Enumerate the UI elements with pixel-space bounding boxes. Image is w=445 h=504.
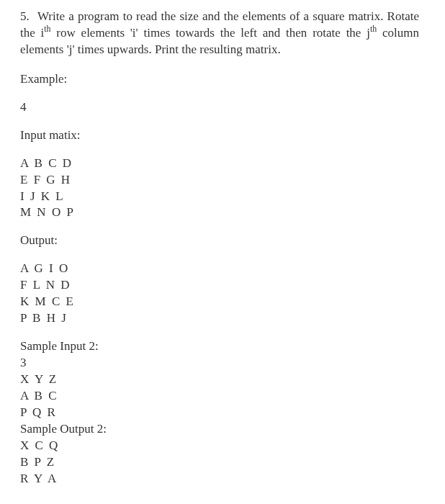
matrix-row: P Q R: [20, 405, 419, 421]
example-size: 4: [20, 99, 419, 116]
sup-th-1: th: [44, 24, 50, 34]
question-number: 5.: [20, 9, 37, 25]
matrix-row: P B H J: [20, 310, 419, 327]
matrix-row: M N O P: [20, 204, 419, 221]
input-matrix-1: A B C D E F G H I J K L M N O P: [20, 156, 419, 222]
matrix-row: A B C D: [20, 156, 419, 172]
matrix-row: R Y A: [20, 471, 419, 487]
question-text: 5.Write a program to read the size and t…: [20, 9, 419, 58]
matrix-row: A B C: [20, 388, 419, 405]
sup-th-2: th: [370, 24, 377, 34]
matrix-row: I J K L: [20, 189, 419, 205]
input-matrix-label: Input matix:: [20, 127, 419, 144]
output-label: Output:: [20, 233, 419, 249]
example-label: Example:: [20, 71, 419, 88]
matrix-row: A G I O: [20, 261, 419, 277]
matrix-row: B P Z: [20, 454, 419, 471]
sample-input2-size: 3: [20, 355, 419, 372]
matrix-row: K M C E: [20, 294, 419, 310]
sample-output2-label: Sample Output 2:: [20, 421, 419, 438]
output-matrix-1: A G I O F L N D K M C E P B H J: [20, 261, 419, 327]
matrix-row: E F G H: [20, 172, 419, 189]
matrix-row: X Y Z: [20, 372, 419, 388]
q-part2: row elements 'i' times towards the left …: [51, 26, 370, 40]
sample-input2-label: Sample Input 2:: [20, 338, 419, 355]
matrix-row: X C Q: [20, 438, 419, 454]
matrix-row: F L N D: [20, 277, 419, 294]
